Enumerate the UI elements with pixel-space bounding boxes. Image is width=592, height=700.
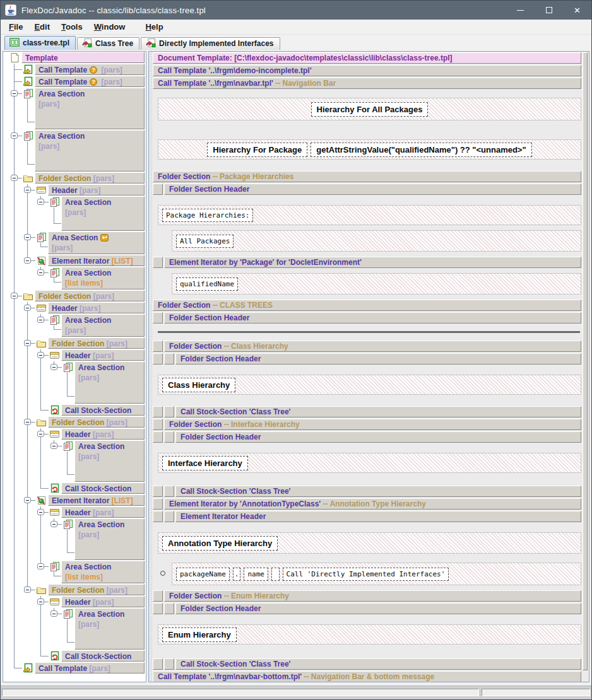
tree-node[interactable]: Area Section[pars] — [61, 314, 145, 337]
tree-node[interactable]: Header [pars] — [48, 302, 145, 313]
expander-icon[interactable] — [50, 610, 57, 617]
close-button[interactable]: ✕ — [563, 1, 591, 20]
template-content-box[interactable]: packageName — [176, 568, 230, 581]
expander-icon[interactable] — [50, 364, 57, 370]
tree-node[interactable]: Template — [21, 52, 145, 63]
expander-icon[interactable] — [24, 586, 31, 593]
tree-node[interactable]: Area Section[pars] — [74, 440, 145, 482]
tree-node[interactable]: Call Stock-Section [pars] — [61, 404, 145, 416]
expander-icon[interactable] — [24, 234, 31, 240]
expander-icon[interactable] — [24, 419, 31, 425]
template-content-box[interactable] — [271, 568, 280, 581]
tree-node[interactable]: Folder Section [pars] — [48, 337, 145, 349]
tree-node[interactable]: Header [pars] — [61, 506, 145, 518]
section-bar[interactable]: Call Stock-Section 'Class Tree' — [175, 406, 581, 417]
template-content-box[interactable]: Hierarchy For Package — [207, 143, 307, 157]
section-bar[interactable]: Folder Section -- Interface Hierarchy — [164, 419, 581, 430]
tree-node[interactable]: Area Section[pars] — [74, 518, 145, 560]
expander-icon[interactable] — [37, 199, 44, 205]
template-content-box[interactable]: getAttrStringValue("qualifiedName") ?? "… — [311, 143, 531, 157]
section-bar[interactable]: Folder Section -- Class Hierarchy — [164, 341, 581, 352]
tree-node[interactable]: Header [pars] — [61, 428, 145, 440]
section-bar[interactable]: Folder Section -- Enum Hierarchy — [164, 590, 581, 602]
tree-node[interactable]: Folder Section [pars] — [48, 416, 145, 428]
section-bar[interactable]: Call Template '..\frgm\navbar-bottom.tpl… — [153, 671, 581, 682]
expander-icon[interactable] — [11, 90, 18, 96]
tree-node[interactable]: Element Iterator [LIST] — [48, 494, 145, 506]
menu-item-help[interactable]: Help — [139, 21, 169, 33]
tree-node[interactable]: Folder Section [pars] — [48, 584, 145, 595]
section-bar[interactable]: Folder Section -- CLASS TREES — [153, 300, 581, 311]
tree-node[interactable]: Area Section[pars] — [61, 196, 145, 231]
tab-directly-implemented-interfaces[interactable]: Directly Implemented Interfaces — [141, 37, 280, 50]
menu-item-window[interactable]: Window — [88, 21, 131, 33]
tree-node[interactable]: Area Section[list items] — [61, 267, 145, 289]
template-content-box[interactable]: Package Hierarchies: — [162, 209, 253, 222]
maximize-button[interactable] — [535, 1, 563, 20]
tab-class-tree[interactable]: Class Tree — [77, 37, 139, 50]
template-content-box[interactable]: All Packages — [176, 235, 234, 248]
section-bar[interactable]: Folder Section Header — [164, 184, 581, 195]
expander-icon[interactable] — [37, 269, 44, 276]
template-content-box[interactable]: Hierarchy For All Packages — [311, 102, 429, 117]
menu-item-edit[interactable]: Edit — [28, 21, 56, 33]
template-content-box[interactable]: Class Hierarchy — [162, 378, 235, 392]
tree-node[interactable]: Call Template? [pars] — [35, 64, 145, 75]
tree-node[interactable]: Call Template? [pars] — [35, 76, 145, 87]
tree-node[interactable]: Call Stock-Section [pars] — [61, 482, 145, 494]
expander-icon[interactable] — [37, 509, 44, 515]
tree-node[interactable]: Header [pars] — [61, 349, 145, 361]
menu-item-tools[interactable]: Tools — [56, 21, 88, 33]
section-bar[interactable]: Element Iterator by 'AnnotationTypeClass… — [164, 498, 581, 510]
expander-icon[interactable] — [50, 521, 57, 527]
expander-icon[interactable] — [24, 257, 31, 264]
tree-node[interactable]: Area Section[pars] — [35, 130, 145, 172]
expander-icon[interactable] — [24, 340, 31, 346]
tree-node[interactable]: Area Section[pars] — [74, 608, 145, 650]
section-bar[interactable]: Folder Section Header — [175, 353, 581, 365]
tree-node[interactable]: Header [pars] — [61, 596, 145, 607]
tree-node[interactable]: Folder Section [pars] — [35, 172, 145, 184]
section-bar[interactable]: Call Stock-Section 'Class Tree' — [175, 486, 581, 497]
expander-icon[interactable] — [37, 352, 44, 358]
section-bar[interactable]: Call Stock-Section 'Class Tree' — [175, 658, 581, 670]
tree-node[interactable]: Element Iterator [LIST] — [48, 255, 145, 266]
template-content-box[interactable]: Call 'Directly Implemented Interfaces' — [283, 568, 449, 581]
template-content-box[interactable]: qualifiedName — [176, 277, 238, 291]
expander-icon[interactable] — [11, 175, 18, 181]
section-bar[interactable]: Folder Section -- Package Hierarchies — [153, 171, 581, 182]
expander-icon[interactable] — [37, 317, 44, 323]
expander-icon[interactable] — [50, 443, 57, 449]
section-bar[interactable]: Folder Section Header — [175, 603, 581, 614]
tree-node[interactable]: Call Template [pars] — [35, 662, 145, 674]
tree-node[interactable]: Area Section[list items] — [61, 561, 145, 583]
expander-icon[interactable] — [24, 187, 31, 193]
expander-icon[interactable] — [11, 132, 18, 139]
expander-icon[interactable] — [24, 305, 31, 311]
expander-icon[interactable] — [11, 293, 18, 299]
template-content-box[interactable]: name — [244, 568, 268, 581]
tree-node[interactable]: Area Section[pars] — [74, 361, 145, 404]
section-bar[interactable]: Call Template '..\frgm\navbar.tpl' -- Na… — [153, 78, 581, 89]
tab-class-tree-tpl[interactable]: class-tree.tpl — [4, 36, 76, 50]
section-bar[interactable]: Element Iterator by 'Package' for 'Docle… — [164, 257, 581, 268]
template-content-box[interactable]: Enum Hierarchy — [162, 627, 237, 642]
tree-node[interactable]: Header [pars] — [48, 184, 145, 195]
section-bar[interactable]: Element Iterator Header — [175, 511, 581, 522]
section-bar[interactable]: Folder Section Header — [175, 431, 581, 443]
section-bar[interactable]: Document Template: [C:\flexdoc-javadoc\t… — [153, 52, 581, 64]
template-content-box[interactable]: . — [233, 568, 241, 581]
tree-node[interactable]: Folder Section [pars] — [35, 290, 145, 301]
expander-icon[interactable] — [24, 497, 31, 503]
template-content-box[interactable]: Interface Hierarchy — [162, 456, 248, 470]
tree-node[interactable]: Call Stock-Section [pars] — [61, 650, 145, 662]
minimize-button[interactable] — [506, 1, 535, 20]
section-bar[interactable]: Folder Section Header — [164, 312, 581, 324]
tree-node[interactable]: Area Section↩[pars] — [48, 231, 145, 254]
expander-icon[interactable] — [37, 431, 44, 437]
tree-node[interactable]: Area Section[pars] — [35, 88, 145, 129]
template-content-box[interactable]: Annotation Type Hierarchy — [162, 536, 278, 551]
expander-icon[interactable] — [37, 598, 44, 605]
section-bar[interactable]: Call Template '..\frgm\demo-incomplete.t… — [153, 65, 581, 76]
expander-icon[interactable] — [37, 563, 44, 569]
